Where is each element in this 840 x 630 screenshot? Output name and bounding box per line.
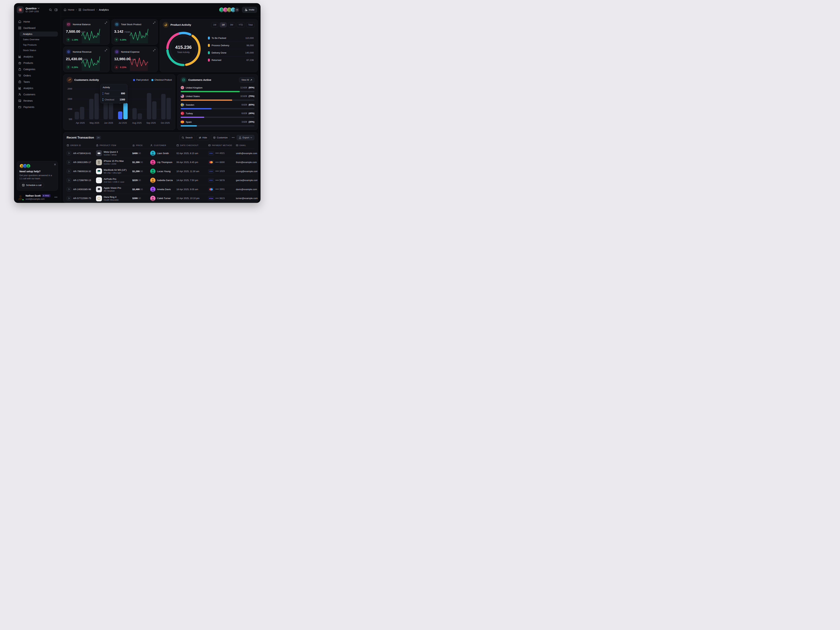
sidebar-item-categories[interactable]: Categories xyxy=(17,66,58,73)
col-price[interactable]: $PRICE xyxy=(133,144,150,147)
sidebar-item-products[interactable]: Products xyxy=(17,60,58,66)
user-more-icon[interactable]: ••• xyxy=(54,196,57,199)
sidebar-item-analytics-2[interactable]: Analytics xyxy=(17,85,58,91)
col-product-item[interactable]: PRODUCT ITEM xyxy=(96,144,133,147)
sidebar-nav: Home Dashboard Analytics Sales Overview … xyxy=(17,19,58,110)
table-row[interactable]: AR-57722590-75 Oura Ring 4Health Wearabl… xyxy=(66,194,254,203)
customize-button[interactable]: Customize xyxy=(211,135,230,140)
product-name: Meta Quest 3 xyxy=(104,151,118,153)
product-activity-icon xyxy=(163,22,169,28)
expand-row-icon[interactable] xyxy=(66,196,71,201)
progress-fill xyxy=(181,99,232,101)
user-profile[interactable]: Nathan Scott PRO scott@example.com ••• xyxy=(17,193,58,201)
invite-label: Invite xyxy=(249,8,254,11)
breadcrumb-dashboard[interactable]: Dashboard xyxy=(79,8,95,11)
table-row[interactable]: AR-17288760-13 AirPods Pro2nd Gen • USB-… xyxy=(66,176,254,185)
more-options-icon[interactable]: ••• xyxy=(232,136,235,139)
bar-group-oct[interactable] xyxy=(161,94,171,119)
order-id: AR-57722590-75 xyxy=(73,197,91,200)
home-icon xyxy=(18,20,21,23)
filter-1m[interactable]: 1M xyxy=(219,22,227,27)
view-all-button[interactable]: View All xyxy=(239,77,254,82)
bar-group-aug[interactable] xyxy=(133,108,142,119)
table-row[interactable]: AR-30631995-17 iPhone 15 Pro Max512Gb • … xyxy=(66,158,254,167)
expand-row-icon[interactable] xyxy=(66,160,71,164)
customer-icon xyxy=(18,93,21,96)
sidebar-subitem-sales-overview[interactable]: Sales Overview xyxy=(20,37,58,42)
company-switcher[interactable]: Quantico xyxy=(25,7,47,10)
sidebar-item-analytics[interactable]: Analytics xyxy=(17,54,58,60)
expand-icon[interactable] xyxy=(105,49,107,52)
export-button[interactable]: Export xyxy=(237,135,254,140)
activity-bar-chart: 2000 1500 1000 500 xyxy=(66,86,172,128)
breadcrumb-home[interactable]: Home xyxy=(64,8,74,11)
invite-person-icon xyxy=(245,8,248,11)
product-image xyxy=(96,177,102,183)
setup-help-card: Need setup help? Get your questions answ… xyxy=(17,161,58,191)
close-icon[interactable] xyxy=(54,163,56,166)
search-icon[interactable] xyxy=(49,8,52,12)
customer-name: Liam Smith xyxy=(157,152,169,155)
sidebar-item-home[interactable]: Home xyxy=(17,19,58,25)
product-image xyxy=(96,195,102,201)
card-icon xyxy=(208,144,211,147)
legend-checkout-product: Checkout Product xyxy=(152,79,172,81)
filter-ytd[interactable]: YTD xyxy=(237,22,245,27)
table-row[interactable]: AR-79609316-32 MacBook Air M3 (13”)M3 ch… xyxy=(66,167,254,176)
sidebar-item-payments[interactable]: Payments xyxy=(17,104,58,110)
filter-3w[interactable]: 3W xyxy=(228,22,235,27)
price: $229 xyxy=(133,179,137,182)
col-payment-method[interactable]: PAYMENT METHOD xyxy=(208,144,236,147)
filter-total[interactable]: Total xyxy=(246,22,255,27)
expand-row-icon[interactable] xyxy=(66,169,71,174)
sidebar-subitem-top-products[interactable]: Top Products xyxy=(20,42,58,47)
bar-group-sep[interactable] xyxy=(147,93,156,119)
company-name: Quantico xyxy=(25,7,36,10)
expand-row-icon[interactable] xyxy=(66,151,71,155)
expand-icon[interactable] xyxy=(153,49,155,52)
expand-icon[interactable] xyxy=(153,22,155,25)
product-sub: M3 chip • Ultra-light xyxy=(104,172,126,174)
price-tag-icon: $ xyxy=(133,144,135,147)
search-button[interactable]: Search xyxy=(179,135,195,140)
sidebar-item-orders[interactable]: Orders xyxy=(17,73,58,79)
progress-track xyxy=(181,117,254,118)
table-row[interactable]: AR-24593385-96 Apple Vision ProAR Headse… xyxy=(66,185,254,194)
company-id: ID: CMP-1006 xyxy=(25,10,47,13)
avatar-overflow-count[interactable]: +9 xyxy=(234,7,240,13)
table-row[interactable]: AR-47380416-61 Meta Quest 3512Gb • White… xyxy=(66,149,254,158)
sidebar-subitem-analytics[interactable]: Analytics xyxy=(20,32,58,36)
bar-group-apr[interactable] xyxy=(75,107,84,119)
sidebar-subitem-stock-status[interactable]: Stock Status xyxy=(20,48,58,53)
collapse-sidebar-icon[interactable] xyxy=(54,8,58,12)
col-order-id[interactable]: ORDER ID xyxy=(66,144,96,147)
customers-active-icon xyxy=(181,77,186,83)
expand-icon[interactable] xyxy=(105,22,107,25)
schedule-call-button[interactable]: Schedule a call xyxy=(19,182,44,188)
invite-button[interactable]: Invite xyxy=(242,7,257,13)
company-logo[interactable] xyxy=(17,6,24,13)
sidebar-item-reviews[interactable]: Reviews xyxy=(17,98,58,104)
filter-1w[interactable]: 1W xyxy=(211,22,218,27)
col-customer[interactable]: CUSTOMER xyxy=(150,144,177,147)
expand-row-icon[interactable] xyxy=(66,187,71,191)
product-image xyxy=(96,150,102,156)
expand-row-icon[interactable] xyxy=(66,178,71,183)
bar-group-jul-highlighted[interactable] xyxy=(118,103,128,119)
table-body: AR-47380416-61 Meta Quest 3512Gb • White… xyxy=(66,149,254,203)
team-avatar-stack[interactable]: +9 xyxy=(219,7,240,13)
col-email[interactable]: EMAIL xyxy=(236,144,254,147)
progress-track xyxy=(181,125,254,126)
sidebar-item-taxes[interactable]: $ Taxes xyxy=(17,79,58,85)
hide-button[interactable]: Hide xyxy=(197,135,210,140)
bar-group-may[interactable] xyxy=(89,93,99,119)
sidebar-item-customers[interactable]: Customers xyxy=(17,91,58,98)
export-icon xyxy=(239,136,241,139)
stock-icon xyxy=(114,22,119,27)
legend-item-process-delivery: Process Delivery 98,000 xyxy=(208,42,254,49)
product-image xyxy=(96,159,102,165)
sidebar-item-label: Reviews xyxy=(24,99,33,102)
tooltip-checkout-row: Checkout 1300 xyxy=(103,96,125,101)
sidebar-item-dashboard[interactable]: Dashboard xyxy=(17,25,58,31)
col-date-checkout[interactable]: DATE CHECKOUT xyxy=(177,144,208,147)
